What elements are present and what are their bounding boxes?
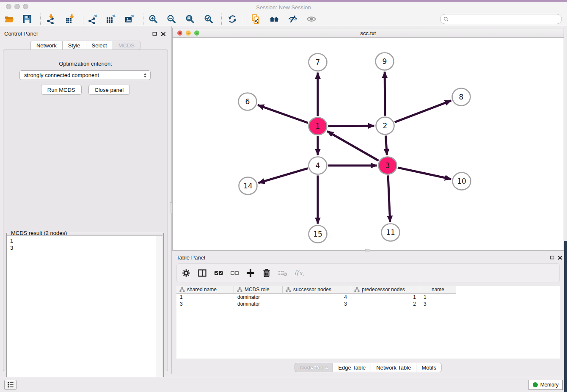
zoom-out-icon[interactable] <box>166 14 176 24</box>
delete-column-icon[interactable] <box>261 268 272 278</box>
save-session-icon[interactable] <box>22 14 32 24</box>
graph-node-1[interactable]: 1 <box>309 118 327 135</box>
zoom-in-icon[interactable] <box>148 14 158 24</box>
table-options-gear-icon[interactable] <box>181 268 191 278</box>
node-label: 1 <box>316 122 320 130</box>
tab-network-table[interactable]: Network Table <box>371 363 416 372</box>
graph-node-7[interactable]: 7 <box>309 54 327 71</box>
table-cell[interactable]: 4 <box>283 294 351 301</box>
home-layout-icon[interactable] <box>269 14 279 24</box>
export-table-icon[interactable] <box>106 14 116 24</box>
tab-edge-table[interactable]: Edge Table <box>333 363 371 372</box>
status-bar: Memory <box>0 377 567 392</box>
table-cell[interactable]: 1 <box>420 294 456 301</box>
column-header-name[interactable]: name <box>420 286 456 294</box>
control-panel-title: Control Panel <box>4 30 38 37</box>
table-cell[interactable]: dominator <box>234 294 283 301</box>
graph-node-15[interactable]: 15 <box>309 226 327 243</box>
mcds-result-list[interactable]: 13 <box>7 235 162 392</box>
close-panel-button[interactable]: Close panel <box>88 85 130 95</box>
column-header-MCDS-role[interactable]: MCDS role <box>234 286 283 294</box>
table-cell[interactable]: 3 <box>176 301 234 307</box>
column-header-predecessor-nodes[interactable]: predecessor nodes <box>351 286 420 294</box>
edge-1-6[interactable] <box>258 105 308 123</box>
tab-style[interactable]: Style <box>62 41 86 50</box>
graph-node-8[interactable]: 8 <box>452 88 471 106</box>
edge-2-9[interactable] <box>385 72 385 116</box>
graph-node-2[interactable]: 2 <box>376 117 394 135</box>
import-table-icon[interactable] <box>65 14 75 24</box>
table-float-icon[interactable] <box>549 254 556 261</box>
function-builder-icon: f(x) <box>294 268 304 278</box>
task-history-button[interactable] <box>4 380 17 390</box>
import-network-icon[interactable] <box>45 14 55 24</box>
criterion-select[interactable]: strongly connected component <box>19 70 151 80</box>
search-box[interactable] <box>440 14 562 24</box>
titlebar: Session: New Session <box>0 2 567 12</box>
table-close-icon[interactable] <box>557 254 564 261</box>
edge-2-8[interactable] <box>395 101 451 122</box>
memory-button[interactable]: Memory <box>528 380 563 390</box>
node-label: 6 <box>245 97 250 106</box>
table-row[interactable]: 1dominator411 <box>176 294 560 301</box>
column-header-successor-nodes[interactable]: successor nodes <box>283 286 351 294</box>
close-panel-icon[interactable] <box>160 30 167 37</box>
mcds-result-group: MCDS result (2 nodes) 13 <box>6 233 164 392</box>
tab-motifs[interactable]: Motifs <box>416 363 442 372</box>
zoom-selected-icon[interactable] <box>204 14 214 24</box>
node-label: 14 <box>243 182 253 190</box>
edge-3-11[interactable] <box>388 175 390 222</box>
vertical-splitter[interactable] <box>171 26 172 374</box>
export-network-icon[interactable] <box>88 14 98 24</box>
add-column-icon[interactable] <box>245 268 256 278</box>
graph-node-9[interactable]: 9 <box>376 53 394 70</box>
open-session-icon[interactable] <box>4 14 14 24</box>
toolbar-divider <box>143 14 143 25</box>
hide-panels-icon[interactable] <box>288 14 298 24</box>
result-scrollbar[interactable] <box>157 236 162 392</box>
edge-2-3[interactable] <box>386 135 387 155</box>
refresh-layout-icon[interactable] <box>227 14 237 24</box>
network-window-titlebar[interactable]: scc.txt <box>173 28 564 38</box>
tab-node-table[interactable]: Node Table <box>295 363 333 372</box>
column-header-shared-name[interactable]: shared name <box>176 286 234 294</box>
table-cell[interactable]: 1 <box>351 294 420 301</box>
duplicate-network-icon[interactable] <box>250 14 261 24</box>
network-canvas[interactable]: 7968124314101511 <box>173 38 564 250</box>
edge-3-1[interactable] <box>327 131 378 160</box>
table-tabs: Node TableEdge TableNetwork TableMotifs <box>172 363 564 372</box>
node-label: 15 <box>313 230 322 238</box>
table-row[interactable]: 3dominator323 <box>176 301 560 307</box>
zoom-fit-icon[interactable] <box>185 14 195 24</box>
table-cell[interactable]: 1 <box>176 294 234 301</box>
table-cell[interactable]: 3 <box>283 301 351 307</box>
edge-4-14[interactable] <box>258 168 308 183</box>
table-body: 1dominator4113dominator323 <box>176 294 560 307</box>
export-image-icon[interactable] <box>124 14 135 24</box>
graph-node-11[interactable]: 11 <box>382 224 400 241</box>
table-cell[interactable]: dominator <box>234 301 283 307</box>
search-input[interactable] <box>449 15 561 23</box>
float-panel-icon[interactable] <box>151 30 158 37</box>
edge-3-10[interactable] <box>398 168 451 179</box>
column-type-icon <box>179 287 185 292</box>
select-all-columns-icon[interactable] <box>213 268 223 278</box>
column-label: shared name <box>187 287 232 293</box>
edge-1-2[interactable] <box>328 126 374 126</box>
show-column-icon[interactable] <box>197 268 207 278</box>
graph-node-6[interactable]: 6 <box>239 93 257 110</box>
run-mcds-button[interactable]: Run MCDS <box>41 85 82 95</box>
table-cell[interactable]: 3 <box>420 301 456 307</box>
delete-table-icon <box>278 268 288 278</box>
tab-network[interactable]: Network <box>30 41 62 50</box>
graph-node-10[interactable]: 10 <box>453 173 471 190</box>
tab-mcds[interactable]: MCDS <box>113 41 140 50</box>
table-cell[interactable]: 2 <box>351 301 420 307</box>
deselect-all-columns-icon[interactable] <box>229 268 239 278</box>
graph-node-14[interactable]: 14 <box>239 177 257 195</box>
graph-node-3[interactable]: 3 <box>379 157 397 174</box>
node-label: 11 <box>386 228 395 237</box>
toolbar-divider <box>83 14 83 25</box>
tab-select[interactable]: Select <box>86 41 113 50</box>
graph-node-4[interactable]: 4 <box>309 157 327 174</box>
